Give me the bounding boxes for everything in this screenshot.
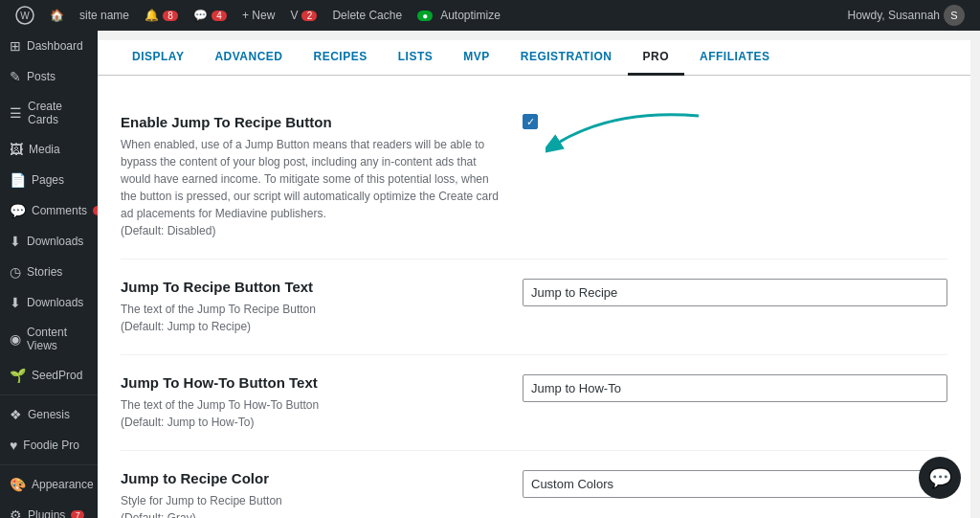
sidebar-label-pages: Pages <box>32 173 64 187</box>
content-views-icon: ◉ <box>10 331 21 347</box>
section-jump-recipe-color: Jump to Recipe Color Style for Jump to R… <box>121 451 947 518</box>
foodie-pro-icon: ♥ <box>10 438 17 453</box>
sidebar-item-genesis[interactable]: ❖ Genesis <box>0 399 98 430</box>
sidebar-item-content-views[interactable]: ◉ Content Views <box>0 318 98 360</box>
genesis-icon: ❖ <box>10 407 22 422</box>
sidebar-label-appearance: Appearance <box>32 478 94 491</box>
sidebar-label-content-views: Content Views <box>27 326 88 352</box>
admin-bar: W 🏠 site name 🔔 8 💬 4 + New V 2 Delete C… <box>0 0 980 31</box>
sidebar-label-foodie-pro: Foodie Pro <box>23 439 79 452</box>
sidebar-item-appearance[interactable]: 🎨 Appearance <box>0 469 98 500</box>
sidebar-label-media: Media <box>29 143 60 156</box>
plugins-icon: ⚙ <box>10 507 22 518</box>
tab-pro[interactable]: PRO <box>628 40 685 76</box>
sidebar-label-posts: Posts <box>27 70 56 83</box>
create-cards-icon: ☰ <box>10 105 22 121</box>
jump-recipe-text-input[interactable] <box>523 279 947 306</box>
jump-recipe-text-title: Jump To Recipe Button Text <box>121 279 503 295</box>
sidebar-label-dashboard: Dashboard <box>27 39 83 53</box>
autoptimize-item[interactable]: ● Autoptimize <box>410 0 508 31</box>
section-jump-howto-text: Jump To How-To Button Text The text of t… <box>121 355 947 451</box>
sidebar-item-seedprod[interactable]: 🌱 SeedProd <box>0 360 98 391</box>
autoptimize-label: Autoptimize <box>440 9 501 22</box>
jump-recipe-color-title: Jump to Recipe Color <box>121 470 503 486</box>
jump-howto-text-title: Jump To How-To Button Text <box>121 374 503 391</box>
posts-icon: ✎ <box>10 69 21 84</box>
tab-lists[interactable]: LISTS <box>383 40 449 76</box>
new-item[interactable]: + New <box>234 0 282 31</box>
chat-widget[interactable]: 💬 <box>919 457 961 499</box>
notifications-item[interactable]: 🔔 8 <box>137 0 186 31</box>
checkbox-mark: ✓ <box>526 117 535 127</box>
site-name: site name <box>79 9 129 22</box>
jump-recipe-color-select[interactable]: Custom Colors Gray Green Blue Red <box>523 470 947 498</box>
jump-howto-text-desc: The text of the Jump To How-To Button(De… <box>121 396 503 431</box>
admin-bar-right: Howdy, Susannah S <box>839 0 972 31</box>
site-name-item[interactable]: site name <box>72 0 137 31</box>
tab-advanced-label: ADVANCED <box>214 50 282 63</box>
section-jump-howto-text-right <box>523 374 947 402</box>
home-icon: 🏠 <box>50 9 64 22</box>
wp-logo-item[interactable]: W <box>8 0 42 31</box>
jump-recipe-color-select-wrap: Custom Colors Gray Green Blue Red ▼ <box>523 470 947 498</box>
autoptimize-status: ● <box>417 11 433 21</box>
plugins-badge: 7 <box>71 510 84 518</box>
enable-jump-desc: When enabled, use of a Jump Button means… <box>121 136 503 239</box>
delete-cache-label: Delete Cache <box>332 9 402 22</box>
jump-recipe-text-desc: The text of the Jump To Recipe Button(De… <box>121 301 503 335</box>
comment-icon: 💬 <box>193 9 208 22</box>
tabs-bar: DISPLAY ADVANCED RECIPES LISTS MVP REGIS… <box>98 40 970 76</box>
tab-advanced[interactable]: ADVANCED <box>199 40 298 76</box>
section-jump-recipe-text-left: Jump To Recipe Button Text The text of t… <box>121 279 503 335</box>
main-inner: DISPLAY ADVANCED RECIPES LISTS MVP REGIS… <box>98 40 970 518</box>
sidebar-label-downloads1: Downloads <box>27 235 83 248</box>
section-enable-jump-right: ✓ <box>523 114 947 129</box>
sidebar-label-genesis: Genesis <box>28 408 70 421</box>
sidebar-item-media[interactable]: 🖼 Media <box>0 134 98 165</box>
home-icon-item[interactable]: 🏠 <box>42 0 72 31</box>
sidebar-item-comments[interactable]: 💬 Comments 4 <box>0 195 98 226</box>
sidebar-item-posts[interactable]: ✎ Posts <box>0 61 98 92</box>
settings-content: Enable Jump To Recipe Button When enable… <box>98 76 970 518</box>
bell-icon: 🔔 <box>145 9 159 22</box>
seedprod-icon: 🌱 <box>10 368 26 383</box>
howdy-item[interactable]: Howdy, Susannah S <box>839 0 972 31</box>
tab-affiliates[interactable]: AFFILIATES <box>684 40 785 76</box>
sidebar-item-pages[interactable]: 📄 Pages <box>0 165 98 195</box>
sidebar-item-downloads2[interactable]: ⬇ Downloads <box>0 287 98 318</box>
delete-cache-item[interactable]: Delete Cache <box>324 0 410 31</box>
appearance-icon: 🎨 <box>10 477 26 492</box>
enable-jump-checkbox[interactable]: ✓ <box>523 114 538 129</box>
enable-jump-title: Enable Jump To Recipe Button <box>121 114 503 130</box>
tab-mvp[interactable]: MVP <box>448 40 505 76</box>
stories-icon: ◷ <box>10 264 21 280</box>
teal-arrow <box>546 106 718 164</box>
comments-badge: 4 <box>93 206 98 215</box>
section-jump-recipe-color-right: Custom Colors Gray Green Blue Red ▼ <box>523 470 947 498</box>
tab-display[interactable]: DISPLAY <box>117 40 199 76</box>
section-jump-recipe-text-right <box>523 279 947 306</box>
sidebar-label-downloads2: Downloads <box>27 296 83 309</box>
sidebar-item-plugins[interactable]: ⚙ Plugins 7 <box>0 500 98 518</box>
sidebar-item-foodie-pro[interactable]: ♥ Foodie Pro <box>0 430 98 461</box>
tab-affiliates-label: AFFILIATES <box>700 50 769 63</box>
section-jump-recipe-text: Jump To Recipe Button Text The text of t… <box>121 259 947 355</box>
downloads1-icon: ⬇ <box>10 234 21 249</box>
tab-recipes-label: RECIPES <box>314 50 368 63</box>
comments-icon: 💬 <box>10 203 26 218</box>
jump-howto-text-input[interactable] <box>523 374 947 402</box>
v-item[interactable]: V 2 <box>282 0 324 31</box>
v-label: V <box>290 9 298 22</box>
tab-registration-label: REGISTRATION <box>521 50 612 63</box>
notif-badge: 8 <box>163 11 178 21</box>
comments-item[interactable]: 💬 4 <box>186 0 234 31</box>
sidebar-item-stories[interactable]: ◷ Stories <box>0 257 98 287</box>
sidebar-item-downloads1[interactable]: ⬇ Downloads <box>0 226 98 257</box>
section-jump-howto-text-left: Jump To How-To Button Text The text of t… <box>121 374 503 431</box>
sidebar-item-create-cards[interactable]: ☰ Create Cards <box>0 92 98 134</box>
sidebar-item-dashboard[interactable]: ⊞ Dashboard <box>0 31 98 61</box>
tab-recipes[interactable]: RECIPES <box>299 40 383 76</box>
tab-pro-label: PRO <box>643 50 670 63</box>
sidebar-label-create-cards: Create Cards <box>28 100 88 126</box>
tab-registration[interactable]: REGISTRATION <box>505 40 628 76</box>
